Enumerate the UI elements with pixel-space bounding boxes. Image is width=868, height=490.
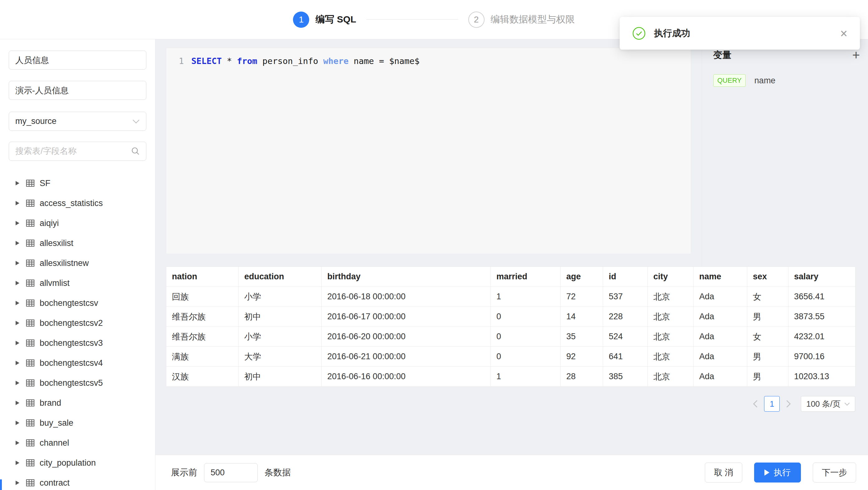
next-page-button[interactable] bbox=[783, 396, 794, 412]
main-content: 1 SELECT * from person_info where name =… bbox=[155, 39, 868, 455]
table-cell: 3873.55 bbox=[788, 307, 856, 327]
caret-right-icon[interactable] bbox=[16, 261, 19, 265]
sql-code: SELECT * from person_info where name = $… bbox=[191, 56, 420, 66]
column-header: id bbox=[603, 267, 648, 287]
tree-item[interactable]: access_statistics bbox=[0, 193, 155, 213]
row-limit-input[interactable] bbox=[204, 463, 258, 482]
tree-item[interactable]: bochengtestcsv5 bbox=[0, 373, 155, 393]
tree-item[interactable]: bochengtestcsv4 bbox=[0, 353, 155, 373]
tree-item[interactable]: brand bbox=[0, 393, 155, 413]
sql-editor[interactable]: 1 SELECT * from person_info where name =… bbox=[166, 48, 691, 254]
sql-token: from bbox=[237, 56, 257, 66]
dataset-display-name-input[interactable] bbox=[9, 81, 146, 100]
caret-right-icon[interactable] bbox=[16, 201, 19, 205]
tree-item[interactable]: allesxilist bbox=[0, 233, 155, 253]
row-limit-group: 展示前 条数据 bbox=[171, 463, 291, 482]
results-table: nationeducationbirthdaymarriedageidcityn… bbox=[166, 267, 856, 387]
table-icon bbox=[26, 258, 35, 268]
table-cell: 小学 bbox=[239, 327, 322, 347]
column-header: nation bbox=[166, 267, 239, 287]
chevron-left-icon bbox=[752, 400, 758, 408]
tree-item-label: buy_sale bbox=[40, 418, 73, 428]
sql-token: SELECT bbox=[191, 56, 222, 66]
editor-column: 1 SELECT * from person_info where name =… bbox=[155, 39, 702, 267]
table-cell: 9700.16 bbox=[788, 347, 856, 367]
table-tree: SFaccess_statisticsaiqiyiallesxilistalle… bbox=[0, 173, 155, 490]
variable-name: name bbox=[754, 76, 776, 86]
sidebar-scrollbar-thumb[interactable] bbox=[0, 480, 2, 490]
caret-right-icon[interactable] bbox=[16, 401, 19, 405]
caret-right-icon[interactable] bbox=[16, 281, 19, 285]
tree-item[interactable]: bochengtestcsv2 bbox=[0, 313, 155, 333]
add-variable-button[interactable]: + bbox=[852, 49, 860, 62]
tree-item-label: allesxilistnew bbox=[40, 258, 89, 268]
table-cell: 女 bbox=[747, 287, 788, 307]
caret-right-icon[interactable] bbox=[16, 321, 19, 325]
table-cell: 524 bbox=[603, 327, 648, 347]
tree-item[interactable]: bochengtestcsv3 bbox=[0, 333, 155, 353]
table-icon bbox=[26, 278, 35, 288]
caret-right-icon[interactable] bbox=[16, 181, 19, 185]
table-icon bbox=[26, 338, 35, 348]
prev-page-button[interactable] bbox=[750, 396, 761, 412]
caret-right-icon[interactable] bbox=[16, 441, 19, 445]
page-size-select[interactable]: 100 条/页 bbox=[801, 396, 855, 412]
caret-right-icon[interactable] bbox=[16, 461, 19, 465]
cancel-button[interactable]: 取 消 bbox=[705, 463, 742, 483]
table-cell: Ada bbox=[693, 327, 747, 347]
tree-item[interactable]: allesxilistnew bbox=[0, 253, 155, 273]
caret-right-icon[interactable] bbox=[16, 361, 19, 365]
table-cell: 北京 bbox=[648, 347, 693, 367]
step-edit-model[interactable]: 2 编辑数据模型与权限 bbox=[468, 11, 575, 28]
table-row: 回族小学2016-06-18 00:00:00172537北京Ada女3656.… bbox=[166, 287, 856, 307]
limit-suffix-label: 条数据 bbox=[265, 467, 291, 479]
tree-item[interactable]: allvmlist bbox=[0, 273, 155, 293]
tree-item[interactable]: contract bbox=[0, 473, 155, 490]
caret-right-icon[interactable] bbox=[16, 341, 19, 345]
datasource-select[interactable]: my_source bbox=[9, 112, 146, 131]
tree-item[interactable]: SF bbox=[0, 173, 155, 193]
tree-item-label: city_population bbox=[40, 458, 96, 468]
caret-right-icon[interactable] bbox=[16, 241, 19, 245]
table-cell: 大学 bbox=[239, 347, 322, 367]
pagination: 1 100 条/页 bbox=[166, 396, 855, 412]
table-icon bbox=[26, 458, 35, 467]
caret-right-icon[interactable] bbox=[16, 421, 19, 425]
run-button[interactable]: 执行 bbox=[754, 463, 801, 483]
variables-title: 变量 bbox=[713, 49, 731, 61]
caret-right-icon[interactable] bbox=[16, 301, 19, 305]
table-cell: 初中 bbox=[239, 307, 322, 327]
tree-item[interactable]: aiqiyi bbox=[0, 213, 155, 233]
caret-right-icon[interactable] bbox=[16, 481, 19, 485]
datasource-select-value: my_source bbox=[15, 116, 57, 126]
footer-buttons: 取 消 执行 下一步 bbox=[705, 463, 856, 483]
sql-token: name = $name$ bbox=[348, 56, 420, 66]
tree-item-label: bochengtestcsv4 bbox=[40, 358, 103, 368]
table-icon bbox=[26, 239, 35, 248]
results-section: nationeducationbirthdaymarriedageidcityn… bbox=[155, 267, 855, 412]
sql-token: * bbox=[222, 56, 237, 66]
tree-item[interactable]: buy_sale bbox=[0, 413, 155, 433]
dataset-name-input[interactable] bbox=[9, 51, 146, 70]
table-icon bbox=[26, 378, 35, 388]
caret-right-icon[interactable] bbox=[16, 381, 19, 385]
tree-item[interactable]: bochengtestcsv bbox=[0, 293, 155, 313]
table-cell: 0 bbox=[491, 307, 561, 327]
close-icon[interactable]: × bbox=[840, 27, 847, 40]
table-cell: 2016-06-16 00:00:00 bbox=[322, 367, 491, 387]
tree-item[interactable]: city_population bbox=[0, 453, 155, 473]
caret-right-icon[interactable] bbox=[16, 221, 19, 225]
tree-item[interactable]: channel bbox=[0, 433, 155, 453]
table-row: 满族大学2016-06-21 00:00:00092641北京Ada男9700.… bbox=[166, 347, 856, 367]
table-cell: 女 bbox=[747, 327, 788, 347]
line-number: 1 bbox=[179, 56, 184, 66]
table-cell: 满族 bbox=[166, 347, 239, 367]
step-write-sql[interactable]: 1 编写 SQL bbox=[293, 11, 356, 28]
next-step-button[interactable]: 下一步 bbox=[813, 463, 856, 483]
variables-panel-header: 变量 + bbox=[713, 49, 860, 62]
table-icon bbox=[26, 218, 35, 228]
tree-item-label: bochengtestcsv3 bbox=[40, 338, 103, 348]
page-number-button[interactable]: 1 bbox=[764, 396, 780, 412]
table-search-input[interactable] bbox=[9, 142, 146, 161]
table-cell: 537 bbox=[603, 287, 648, 307]
